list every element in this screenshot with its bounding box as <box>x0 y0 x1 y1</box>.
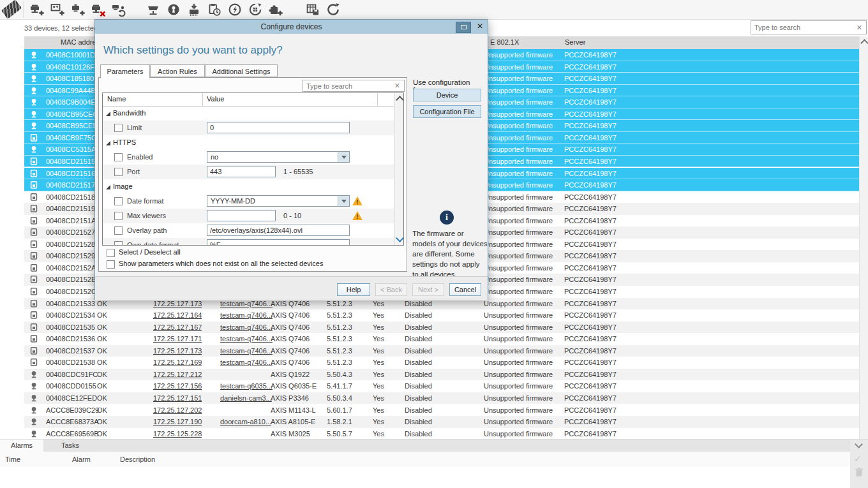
address-link[interactable]: 172.25.127.164 <box>153 309 202 322</box>
hostname-link[interactable]: testcam-q7406... <box>220 333 273 345</box>
scroll-up-icon[interactable] <box>396 96 404 104</box>
hostname-link[interactable]: testcam-q7406... <box>220 309 273 322</box>
dropdown-arrow-icon[interactable] <box>338 152 349 162</box>
address-link[interactable]: 172.25.127.151 <box>153 392 202 404</box>
parameter-checkbox[interactable] <box>114 197 123 205</box>
parameter-select[interactable]: no <box>207 151 350 163</box>
assign-ip-address-icon[interactable] <box>146 2 161 17</box>
device-row[interactable]: 00408CDC91FCOK172.25.127.212AXIS Q19225.… <box>24 369 859 381</box>
parameter-select[interactable]: YYYY-MM-DD <box>207 195 350 207</box>
security-credentials-icon[interactable] <box>166 2 181 17</box>
device-row[interactable]: 00408CDD0155OK172.25.127.156testcam-q603… <box>24 380 859 392</box>
parameter-checkbox[interactable] <box>114 226 123 235</box>
device-row[interactable]: 00408CE12FEDOK172.25.127.151danielsn-cam… <box>24 392 859 404</box>
tab-action-rules[interactable]: Action Rules <box>150 64 205 77</box>
device-search-input[interactable] <box>751 24 853 31</box>
add-device-manually-icon[interactable] <box>70 2 86 17</box>
device-button[interactable]: Device <box>413 89 481 101</box>
acknowledge-alarm-icon[interactable]: ✓ <box>854 454 862 464</box>
export-to-file-icon[interactable] <box>305 2 320 17</box>
select-deselect-all-checkbox[interactable] <box>107 249 115 257</box>
clear-parameter-search-icon[interactable]: ✕ <box>391 82 404 90</box>
refresh-icon[interactable] <box>326 2 341 17</box>
remove-devices-icon[interactable] <box>91 2 106 17</box>
parameter-checkbox[interactable] <box>114 212 123 220</box>
parameter-input[interactable]: 443 <box>207 166 276 177</box>
collapse-panel-icon[interactable] <box>855 440 863 448</box>
hostname-link[interactable]: testcam-q7406... <box>220 357 273 369</box>
device-row[interactable]: ACCC8E68373AOK172.25.127.190doorcam-a810… <box>24 416 859 428</box>
configuration-file-button[interactable]: Configuration File <box>413 105 481 118</box>
dialog-titlebar[interactable]: Configure devices ✕ <box>95 20 488 34</box>
device-row[interactable]: 00408CD21536OK172.25.127.171testcam-q740… <box>24 333 859 345</box>
device-row[interactable]: 00408CD21537OK172.25.127.173testcam-q740… <box>24 345 859 357</box>
parameter-group-row[interactable]: Image <box>103 179 394 194</box>
install-application-icon[interactable] <box>268 2 283 17</box>
upgrade-firmware-icon[interactable] <box>186 2 202 17</box>
device-row[interactable]: ACCC8E69569BOK172.25.125.228AXIS M30255.… <box>24 428 859 440</box>
parameter-input[interactable]: %F <box>207 239 350 246</box>
parameter-search-input[interactable] <box>303 82 391 90</box>
show-missing-parameters-checkbox[interactable] <box>107 260 115 269</box>
address-link[interactable]: 172.25.127.167 <box>153 322 202 334</box>
address-link[interactable]: 172.25.127.202 <box>153 404 202 417</box>
add-devices-icon[interactable] <box>29 2 45 17</box>
tab-tasks[interactable]: Tasks <box>43 440 97 452</box>
device-row[interactable]: ACCC8E039C29OK172.25.127.202AXIS M1143-L… <box>24 404 859 417</box>
hostname-link[interactable]: danielsn-cam3... <box>220 392 272 404</box>
scroll-up-icon[interactable] <box>860 39 868 47</box>
column-header-description[interactable]: Description <box>120 455 155 463</box>
expand-collapse-icon[interactable] <box>106 112 110 116</box>
hostname-link[interactable]: testcam-q7406... <box>220 322 273 334</box>
reload-configuration-icon[interactable] <box>248 2 263 17</box>
column-header-name[interactable]: Name <box>107 95 126 103</box>
parameter-checkbox[interactable] <box>114 168 123 176</box>
tab-parameters[interactable]: Parameters <box>100 64 150 78</box>
scroll-down-icon[interactable] <box>396 234 404 242</box>
table-scrollbar[interactable] <box>859 36 868 440</box>
column-header-ieee-8021x[interactable]: E 802.1X <box>490 38 519 46</box>
hostname-link[interactable]: doorcam-a810... <box>220 416 271 428</box>
restore-window-icon[interactable] <box>456 22 471 33</box>
device-row[interactable]: 00408CD21538OK172.25.127.169testcam-q740… <box>24 357 859 369</box>
cancel-button[interactable]: Cancel <box>449 283 481 296</box>
parameter-checkbox[interactable] <box>114 124 123 132</box>
column-header-alarm[interactable]: Alarm <box>72 455 91 463</box>
help-button[interactable]: Help <box>337 283 370 296</box>
device-row[interactable]: 00408CD21534OK172.25.127.164testcam-q740… <box>24 309 859 322</box>
dropdown-arrow-icon[interactable] <box>338 196 349 206</box>
address-link[interactable]: 172.25.127.156 <box>153 380 202 392</box>
expand-collapse-icon[interactable] <box>106 185 110 189</box>
column-header-value[interactable]: Value <box>207 95 224 103</box>
parameter-input[interactable]: 0 <box>207 122 350 133</box>
parameter-scrollbar[interactable] <box>394 93 404 245</box>
address-link[interactable]: 172.25.125.228 <box>153 428 202 440</box>
parameter-group-row[interactable]: HTTPS <box>103 135 394 150</box>
expand-collapse-icon[interactable] <box>106 141 110 145</box>
replace-device-icon[interactable] <box>111 2 126 17</box>
next-button[interactable]: Next > <box>412 283 444 296</box>
column-header-server[interactable]: Server <box>565 38 585 46</box>
parameter-input[interactable]: /etc/overlays/axis(128x44).ovl <box>207 225 350 236</box>
address-link[interactable]: 172.25.127.173 <box>153 345 202 357</box>
parameter-group-row[interactable]: Bandwidth <box>103 106 394 121</box>
delete-alarm-icon[interactable] <box>855 468 863 479</box>
address-link[interactable]: 172.25.127.169 <box>153 357 202 369</box>
tab-alarms[interactable]: Alarms <box>0 440 43 452</box>
hostname-link[interactable]: testcam-q6035... <box>220 380 273 392</box>
clear-search-icon[interactable]: ✕ <box>853 24 866 32</box>
add-devices-from-device-list-icon[interactable] <box>50 2 65 17</box>
address-link[interactable]: 172.25.127.190 <box>153 416 202 428</box>
column-header-time[interactable]: Time <box>5 455 20 463</box>
hostname-link[interactable]: testcam-q7406... <box>220 345 273 357</box>
parameter-checkbox[interactable] <box>114 153 123 161</box>
backup-schedule-icon[interactable] <box>207 2 222 17</box>
restore-settings-icon[interactable] <box>227 2 243 17</box>
close-dialog-icon[interactable]: ✕ <box>475 21 485 31</box>
device-row[interactable]: 00408CD21535OK172.25.127.167testcam-q740… <box>24 322 859 334</box>
tab-additional-settings[interactable]: Additional Settings <box>205 64 278 77</box>
parameter-checkbox[interactable] <box>114 241 123 246</box>
parameter-input[interactable] <box>207 210 276 221</box>
address-link[interactable]: 172.25.127.171 <box>153 333 202 345</box>
back-button[interactable]: < Back <box>375 283 407 296</box>
